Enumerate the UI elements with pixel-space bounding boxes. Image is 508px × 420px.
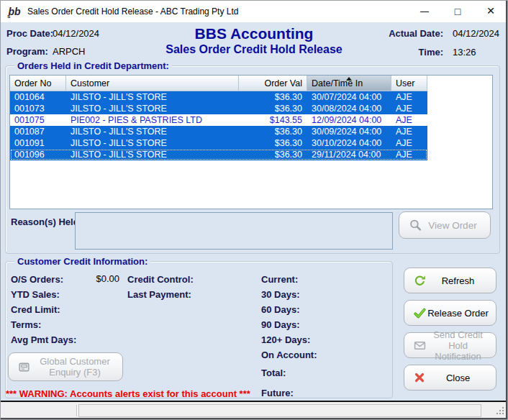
- table-row[interactable]: 001073JILSTO - JILL'S STORE$36.3030/08/2…: [10, 103, 427, 114]
- window-controls: — □ ×: [408, 1, 507, 22]
- cell-user: AJE: [391, 114, 427, 126]
- credit-info-group-title: Customer Credit Information:: [14, 256, 150, 267]
- cell-customer: JILSTO - JILL'S STORE: [66, 149, 239, 160]
- column-header-date-time-in[interactable]: Date/Time In: [307, 76, 391, 91]
- table-row[interactable]: 001096JILSTO - JILL'S STORE$36.3029/11/2…: [10, 149, 427, 160]
- close-window-button[interactable]: ×: [474, 1, 507, 22]
- cell-customer: JILSTO - JILL'S STORE: [66, 137, 239, 149]
- close-icon: [414, 372, 425, 383]
- window-bottom-edge: [1, 418, 507, 419]
- minimize-button[interactable]: —: [408, 1, 441, 22]
- credit-field-label: 90 Days:: [261, 319, 299, 330]
- global-enquiry-icon: [18, 361, 30, 373]
- window-right-edge: [506, 1, 507, 419]
- actual-date-label: Actual Date:: [388, 28, 443, 39]
- cell-order-val: $36.30: [239, 149, 307, 160]
- column-header-order-no[interactable]: Order No: [10, 76, 66, 91]
- cell-order-val: $36.30: [239, 137, 307, 149]
- credit-field-label: Total:: [261, 368, 286, 378]
- cell-order-val: $36.30: [239, 103, 307, 114]
- sort-ascending-icon: [346, 77, 352, 81]
- column-header-user[interactable]: User: [391, 76, 427, 91]
- cell-order-no: 001073: [10, 103, 66, 114]
- credit-field-label: Current:: [261, 274, 298, 285]
- cell-date-time-in: 12/09/2024 04:00: [307, 114, 391, 126]
- maximize-button[interactable]: □: [441, 1, 474, 22]
- credit-middle-column: Credit Control:Last Payment:: [127, 273, 242, 299]
- cell-user: AJE: [391, 91, 427, 103]
- cell-customer: PIE002 - PIES & PASTRIES LTD: [66, 114, 239, 126]
- cell-date-time-in: 30/10/2024 04:00: [307, 137, 391, 149]
- credit-field: Cred Limit:: [11, 303, 119, 314]
- cell-user: AJE: [391, 149, 427, 160]
- credit-field: O/S Orders:$0.00: [11, 273, 119, 284]
- cell-order-val: $143.55: [239, 114, 307, 126]
- view-order-button[interactable]: View Order: [399, 211, 491, 239]
- release-order-button[interactable]: Release Order: [404, 300, 496, 326]
- check-icon: [414, 307, 426, 319]
- credit-field-label: 30 Days:: [261, 289, 299, 300]
- cell-order-no: 001064: [10, 91, 66, 103]
- table-row[interactable]: 001064JILSTO - JILL'S STORE$36.3030/07/2…: [10, 91, 427, 103]
- credit-field: Avg Pmt Days:: [11, 334, 119, 344]
- cell-customer: JILSTO - JILL'S STORE: [66, 91, 239, 103]
- table-row[interactable]: 001087JILSTO - JILL'S STORE$36.3030/09/2…: [10, 126, 427, 137]
- time-label: Time:: [388, 47, 443, 58]
- credit-field-label: Future:: [261, 388, 294, 398]
- resize-grip[interactable]: [495, 405, 504, 418]
- credit-field: 120+ Days:: [261, 334, 380, 344]
- status-bar-divider: [76, 405, 77, 416]
- refresh-button[interactable]: Refresh: [404, 268, 496, 293]
- resize-grip-icon: [495, 406, 504, 415]
- cell-order-val: $36.30: [239, 91, 307, 103]
- column-header-customer[interactable]: Customer: [66, 76, 239, 91]
- cell-date-time-in: 30/07/2024 04:00: [307, 91, 391, 103]
- credit-field: Current:: [261, 273, 380, 284]
- credit-field: On Account:: [261, 349, 380, 360]
- send-credit-hold-notification-button[interactable]: Send Credit Hold Notification: [404, 332, 496, 358]
- global-customer-enquiry-button[interactable]: Global Customer Enquiry (F3): [8, 352, 123, 381]
- credit-field-label: 120+ Days:: [261, 334, 310, 345]
- credit-field-label: YTD Sales:: [11, 289, 60, 300]
- orders-group-title: Orders Held in Credit Department:: [14, 60, 172, 71]
- credit-field-label: Credit Control:: [127, 274, 194, 285]
- refresh-icon: [414, 275, 426, 287]
- header-right-info: Actual Date: 04/12/2024 Time: 13:26: [388, 28, 503, 65]
- cell-order-no: 001087: [10, 126, 66, 137]
- credit-field: YTD Sales:: [11, 288, 119, 299]
- cell-order-val: $36.30: [239, 126, 307, 137]
- credit-field: Credit Control:: [127, 273, 242, 284]
- reason-held-textarea[interactable]: [75, 212, 393, 250]
- column-header-order-val[interactable]: Order Val: [239, 76, 307, 91]
- cell-date-time-in: 30/08/2024 04:00: [307, 103, 391, 114]
- minimize-icon: —: [420, 6, 429, 17]
- credit-field-label: 60 Days:: [261, 304, 299, 315]
- orders-table-header: Order No Customer Order Val Date/Time In…: [10, 76, 492, 91]
- credit-field-label: Last Payment:: [127, 289, 191, 300]
- time-value: 13:26: [453, 47, 503, 58]
- app-window: bb s Sales Order Credit Hold Release - A…: [0, 0, 508, 420]
- cell-user: AJE: [391, 103, 427, 114]
- cell-order-no: 001075: [10, 114, 66, 126]
- accounts-warning: *** WARNING: Accounts alerts exist for t…: [6, 388, 250, 399]
- credit-right-column: Current:30 Days:60 Days:90 Days:120+ Day…: [261, 273, 380, 398]
- credit-field: 30 Days:: [261, 288, 380, 299]
- status-bar-panel: [78, 404, 481, 417]
- credit-field: Terms:: [11, 319, 119, 329]
- credit-field-label: On Account:: [261, 350, 317, 360]
- table-row[interactable]: 001091JILSTO - JILL'S STORE$36.3030/10/2…: [10, 137, 427, 149]
- envelope-icon: [414, 339, 426, 352]
- cell-order-no: 001096: [10, 149, 66, 160]
- actual-date-value: 04/12/2024: [453, 28, 503, 39]
- credit-field-label: Terms:: [11, 319, 41, 330]
- cell-date-time-in: 30/09/2024 04:00: [307, 126, 391, 137]
- magnifier-icon: [409, 219, 422, 232]
- close-button[interactable]: Close: [404, 365, 496, 391]
- credit-field: Total:: [261, 367, 380, 378]
- cell-user: AJE: [391, 137, 427, 149]
- credit-field: Last Payment:: [127, 288, 242, 299]
- credit-field: 90 Days:: [261, 319, 380, 329]
- table-row[interactable]: 001075PIE002 - PIES & PASTRIES LTD$143.5…: [10, 114, 427, 126]
- credit-field: 60 Days:: [261, 303, 380, 314]
- maximize-icon: □: [455, 6, 461, 17]
